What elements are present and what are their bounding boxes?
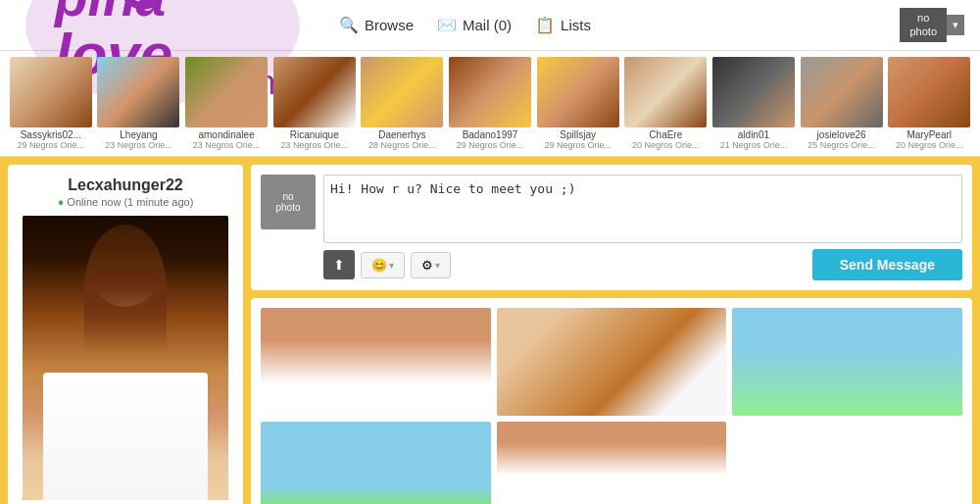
nav-lists[interactable]: 📋 Lists: [535, 16, 591, 34]
send-message-button[interactable]: Send Message: [812, 249, 962, 280]
emoji-icon: 😊: [371, 258, 387, 273]
member-photo: [449, 57, 531, 127]
member-name: josielove26: [801, 129, 883, 140]
nav-lists-label: Lists: [561, 17, 591, 33]
photos-grid-container: [251, 298, 972, 504]
member-photo: [185, 57, 268, 127]
message-area-wrap: Hi! How r u? Nice to meet you ;) ⬆ 😊 ▾ ⚙…: [323, 175, 962, 280]
chevron-down-icon: ▾: [953, 19, 958, 30]
member-name: MaryPearl: [888, 129, 970, 140]
nav-browse[interactable]: 🔍 Browse: [339, 16, 414, 34]
member-photo: [97, 57, 179, 127]
attach-icon: ⬆: [333, 257, 345, 273]
member-photo: [537, 57, 619, 127]
member-name: Lheyang: [97, 129, 179, 140]
member-item[interactable]: MaryPearl 20 Negros Orie...: [886, 57, 972, 150]
no-photo-line2: photo: [275, 202, 300, 213]
nav-mail[interactable]: ✉️ Mail (0): [437, 16, 512, 34]
member-photo: [888, 57, 970, 127]
member-name: Sassykris02...: [10, 129, 92, 140]
member-photo: [801, 57, 883, 127]
member-photo: [712, 57, 795, 127]
member-name: Ricanuique: [273, 129, 356, 140]
member-name: aldin01: [712, 129, 795, 140]
member-item[interactable]: Spillsjay 29 Negros Orie...: [535, 57, 621, 150]
member-item[interactable]: Daenerhys 28 Negros Orie...: [360, 57, 446, 150]
nav-items: 🔍 Browse ✉️ Mail (0) 📋 Lists: [339, 16, 900, 34]
photo-thumbnail[interactable]: [497, 422, 727, 504]
member-item[interactable]: ChaEre 20 Negros Orie...: [622, 57, 709, 150]
member-location: 23 Negros Orie...: [97, 140, 179, 150]
member-location: 29 Negros Orie...: [537, 140, 619, 150]
member-photo: [361, 57, 443, 127]
no-photo-line1: no: [282, 191, 293, 202]
member-photo: [273, 57, 356, 127]
nav-mail-label: Mail (0): [463, 17, 512, 33]
right-panel: no photo Hi! How r u? Nice to meet you ;…: [251, 165, 972, 504]
sticker-dropdown-arrow: ▾: [435, 260, 440, 271]
member-location: 20 Negros Orie...: [888, 140, 970, 150]
main-content: Lecxahunger22 ● Online now (1 minute ago…: [0, 157, 980, 504]
message-actions: ⬆ 😊 ▾ ⚙ ▾ Send Message: [323, 249, 962, 280]
member-name: ChaEre: [624, 129, 707, 140]
attach-button[interactable]: ⬆: [323, 250, 355, 279]
member-item[interactable]: Badano1997 29 Negros Orie...: [447, 57, 533, 150]
search-icon: 🔍: [339, 16, 359, 34]
member-location: 20 Negros Orie...: [624, 140, 707, 150]
lists-icon: 📋: [535, 16, 555, 34]
photos-grid: [261, 308, 962, 504]
member-name: Badano1997: [449, 129, 531, 140]
members-strip: Sassykris02... 29 Negros Orie... Lheyang…: [0, 51, 980, 157]
photo-thumbnail[interactable]: [497, 308, 727, 416]
member-item[interactable]: aldin01 21 Negros Orie...: [710, 57, 797, 150]
member-name: amondinalee: [185, 129, 268, 140]
photo-thumbnail[interactable]: [261, 308, 491, 416]
member-location: 23 Negros Orie...: [273, 140, 356, 150]
member-location: 25 Negros Orie...: [801, 140, 883, 150]
emoji-button[interactable]: 😊 ▾: [361, 252, 405, 278]
member-item[interactable]: josielove26 25 Negros Orie...: [799, 57, 885, 150]
profile-status: ● Online now (1 minute ago): [20, 196, 231, 208]
sticker-button[interactable]: ⚙ ▾: [411, 252, 451, 278]
mail-icon: ✉️: [437, 16, 457, 34]
member-photo: [10, 57, 92, 127]
member-item[interactable]: Ricanuique 23 Negros Orie...: [271, 57, 358, 150]
message-box: no photo Hi! How r u? Nice to meet you ;…: [251, 165, 972, 290]
member-item[interactable]: Sassykris02... 29 Negros Orie...: [8, 57, 94, 150]
member-item[interactable]: Lheyang 23 Negros Orie...: [96, 57, 182, 150]
user-photo-button[interactable]: nophoto: [900, 8, 947, 41]
sticker-icon: ⚙: [421, 258, 433, 273]
no-photo-text: nophoto: [909, 12, 937, 36]
emoji-dropdown-arrow: ▾: [389, 260, 394, 271]
member-name: Daenerhys: [361, 129, 443, 140]
sender-no-photo: no photo: [261, 175, 316, 229]
header: pina love .com 🔍 Browse ✉️ Mail (0) 📋 Li…: [0, 0, 980, 51]
online-status-dot: ●: [58, 196, 65, 208]
member-location: 21 Negros Orie...: [712, 140, 795, 150]
member-location: 23 Negros Orie...: [185, 140, 268, 150]
left-panel: Lecxahunger22 ● Online now (1 minute ago…: [8, 165, 243, 504]
user-dropdown-arrow[interactable]: ▾: [947, 15, 964, 35]
nav-browse-label: Browse: [365, 17, 414, 33]
message-input[interactable]: Hi! How r u? Nice to meet you ;): [323, 175, 962, 243]
header-right: nophoto ▾: [900, 8, 964, 41]
member-item[interactable]: amondinalee 23 Negros Orie...: [183, 57, 270, 150]
profile-username: Lecxahunger22: [20, 176, 231, 194]
photo-thumbnail[interactable]: [732, 308, 962, 416]
member-location: 28 Negros Orie...: [361, 140, 443, 150]
online-status-text: Online now (1 minute ago): [67, 196, 193, 208]
member-location: 29 Negros Orie...: [10, 140, 92, 150]
member-name: Spillsjay: [537, 129, 619, 140]
profile-photo: [23, 216, 228, 500]
member-photo: [624, 57, 707, 127]
photo-thumbnail[interactable]: [261, 422, 491, 504]
member-location: 29 Negros Orie...: [449, 140, 531, 150]
